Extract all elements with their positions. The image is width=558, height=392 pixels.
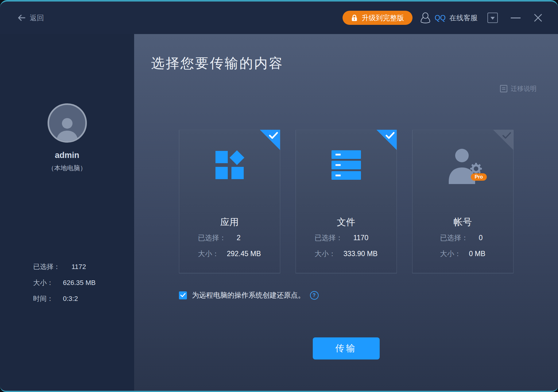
upgrade-label: 升级到完整版 (362, 13, 404, 23)
summary-selected-label: 已选择： (33, 263, 63, 271)
card-selected-value: 0 (479, 233, 483, 242)
lock-icon (351, 14, 358, 21)
card-size-label: 大小： (315, 249, 343, 258)
username: admin (55, 151, 79, 160)
avatar (48, 103, 87, 143)
card-size-value: 292.45 MB (227, 249, 261, 258)
close-button[interactable] (533, 13, 543, 22)
card-size-label: 大小： (440, 249, 469, 258)
titlebar: 返回 升级到完整版 QQ在线客服 (0, 2, 558, 34)
restore-point-checkbox[interactable] (179, 291, 187, 299)
qq-support-button[interactable]: QQ在线客服 (420, 12, 478, 24)
chevron-down-icon (490, 17, 495, 20)
computer-label: （本地电脑） (48, 164, 87, 172)
card-applications-check[interactable] (260, 130, 280, 150)
person-silhouette-icon (53, 114, 81, 142)
check-icon (269, 132, 278, 139)
window-dropdown-button[interactable] (487, 13, 498, 23)
app-window: 返回 升级到完整版 QQ在线客服 (0, 0, 558, 392)
summary-time-row: 时间： 0:3:2 (33, 295, 95, 303)
transfer-button[interactable]: 传输 (313, 337, 380, 359)
card-selected-label: 已选择： (440, 233, 469, 242)
summary-stats: 已选择： 1172 大小： 626.35 MB 时间： 0:3:2 (33, 263, 95, 311)
qq-prefix: QQ (435, 14, 446, 22)
sidebar: admin （本地电脑） 已选择： 1172 大小： 626.35 MB 时间：… (0, 34, 134, 391)
user-block: admin （本地电脑） (0, 34, 134, 172)
apps-grid-icon (215, 150, 244, 180)
back-arrow-icon (17, 13, 26, 22)
content-column: 应用 已选择： 2 大小： 292.45 MB (177, 130, 515, 359)
migration-note-link[interactable]: 迁移说明 (500, 84, 537, 93)
qq-service-label: 在线客服 (449, 13, 478, 23)
restore-point-label: 为远程电脑的操作系统创建还原点。 (192, 290, 305, 300)
back-button[interactable]: 返回 (17, 13, 44, 23)
migration-note-label: 迁移说明 (511, 84, 537, 93)
summary-time-value: 0:3:2 (63, 295, 78, 303)
titlebar-controls: 升级到完整版 QQ在线客服 (343, 11, 543, 25)
page-title: 选择您要传输的内容 (151, 54, 284, 72)
files-stack-icon (331, 150, 361, 180)
card-applications-stats: 已选择： 2 大小： 292.45 MB (198, 233, 261, 265)
summary-selected-value: 1172 (72, 263, 86, 271)
help-glyph: ? (313, 293, 316, 298)
summary-size-label: 大小： (33, 279, 63, 287)
summary-size-row: 大小： 626.35 MB (33, 279, 95, 287)
card-accounts-stats: 已选择： 0 大小： 0 MB (440, 233, 486, 265)
help-icon[interactable]: ? (310, 291, 319, 300)
summary-time-label: 时间： (33, 295, 63, 303)
summary-size-value: 626.35 MB (63, 279, 95, 287)
pro-badge: Pro (471, 173, 487, 181)
card-files-stats: 已选择： 1170 大小： 333.90 MB (315, 233, 378, 265)
check-icon (180, 293, 186, 298)
document-icon (500, 85, 508, 93)
restore-point-row: 为远程电脑的操作系统创建还原点。 ? (179, 290, 515, 300)
check-icon (386, 132, 395, 139)
card-size-value: 333.90 MB (343, 249, 378, 258)
check-icon (502, 132, 511, 139)
card-accounts-check[interactable] (493, 130, 513, 150)
card-applications-name: 应用 (179, 217, 280, 227)
card-accounts[interactable]: Pro 帐号 已选择： 0 大小： 0 MB (412, 130, 513, 273)
card-selected-label: 已选择： (315, 233, 343, 242)
card-files-check[interactable] (377, 130, 397, 150)
main-panel: 选择您要传输的内容 迁移说明 (134, 34, 558, 391)
card-selected-value: 1170 (353, 233, 368, 242)
minimize-button[interactable] (511, 17, 521, 18)
back-label: 返回 (30, 13, 44, 23)
card-applications[interactable]: 应用 已选择： 2 大小： 292.45 MB (179, 130, 280, 273)
card-size-label: 大小： (198, 249, 227, 258)
qq-penguin-icon (420, 12, 431, 24)
summary-selected-row: 已选择： 1172 (33, 263, 95, 271)
card-accounts-name: 帐号 (413, 217, 513, 227)
upgrade-button[interactable]: 升级到完整版 (343, 11, 413, 25)
card-selected-value: 2 (237, 233, 241, 242)
close-icon (533, 13, 543, 22)
card-selected-label: 已选择： (198, 233, 227, 242)
card-size-value: 0 MB (469, 249, 486, 258)
transfer-cards: 应用 已选择： 2 大小： 292.45 MB (177, 130, 515, 273)
card-files-name: 文件 (296, 217, 397, 227)
card-files[interactable]: 文件 已选择： 1170 大小： 333.90 MB (296, 130, 397, 273)
